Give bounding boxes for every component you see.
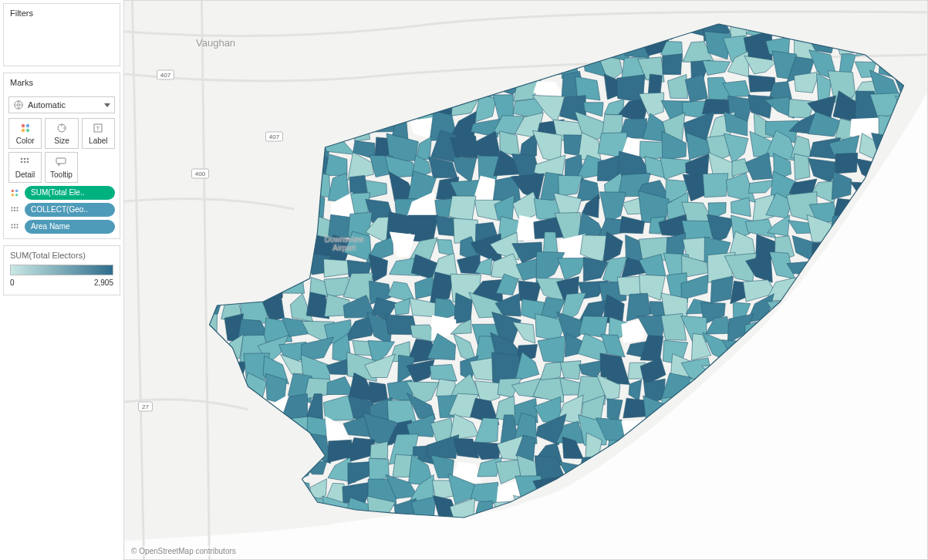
detail-label: Detail [15,170,35,179]
pill-collect-geo[interactable]: COLLECT(Geo.. [25,203,115,217]
tooltip-button[interactable]: Tooltip [45,152,78,183]
label-button[interactable]: T Label [82,118,115,149]
color-label: Color [16,137,35,145]
svg-point-20 [14,207,15,208]
svg-point-13 [27,161,29,164]
svg-text:400: 400 [195,170,206,177]
pill-area-name[interactable]: Area Name [25,220,115,234]
choropleth-region[interactable] [710,276,733,303]
svg-point-26 [14,224,15,225]
label-icon: T [92,122,104,134]
sidebar: Filters Marks Automatic [0,0,123,560]
svg-point-24 [16,210,18,211]
svg-point-30 [16,227,18,228]
legend-gradient [10,265,113,275]
legend-title: SUM(Total Electors) [10,251,113,260]
svg-point-2 [25,124,29,127]
choropleth-region[interactable] [794,153,810,180]
color-button[interactable]: Color [8,118,42,149]
choropleth-region[interactable] [579,316,608,338]
svg-point-22 [11,210,12,211]
svg-point-12 [24,161,26,164]
detail-button[interactable]: Detail [8,152,42,183]
svg-point-10 [27,158,29,160]
choropleth-region[interactable] [663,54,682,75]
choropleth-region[interactable] [617,75,645,103]
svg-point-23 [14,210,15,211]
globe-icon [13,100,24,110]
pill-row-0: SUM(Total Ele.. [8,186,115,200]
svg-point-28 [11,227,12,228]
tooltip-icon [55,156,67,168]
svg-rect-14 [56,158,66,164]
size-button[interactable]: Size [45,118,78,149]
svg-point-1 [21,124,24,127]
detail-icon [19,156,31,168]
label-btn-label: Label [89,137,107,145]
choropleth-map[interactable]: 407 407 400 27 [124,1,927,559]
marks-panel: Marks Automatic Color [3,73,120,239]
svg-text:407: 407 [269,133,280,140]
pill-row-2: Area Name [8,220,115,234]
map-viewport[interactable]: 407 407 400 27 Vaughan Downsview Airport… [123,0,928,560]
color-icon [19,122,32,134]
choropleth-region[interactable] [835,153,858,174]
legend-panel: SUM(Total Electors) 0 2,905 [3,245,120,295]
svg-point-29 [14,227,15,228]
size-label: Size [54,137,69,145]
size-icon [56,122,68,134]
svg-point-16 [15,190,19,193]
legend-min: 0 [10,278,15,287]
chevron-down-icon [104,103,110,107]
svg-point-11 [21,161,23,164]
svg-point-3 [21,129,24,132]
svg-point-15 [12,190,15,193]
color-icon [8,187,21,199]
svg-point-18 [15,194,19,197]
legend-max: 2,905 [94,278,113,287]
svg-text:27: 27 [142,403,149,410]
map-attribution: © OpenStreetMap contributors [129,546,238,556]
svg-point-4 [25,129,29,132]
choropleth-region[interactable] [703,174,728,197]
svg-text:T: T [96,125,100,132]
svg-point-17 [12,194,15,197]
svg-text:407: 407 [160,72,171,79]
svg-point-25 [11,224,12,225]
pill-row-1: COLLECT(Geo.. [8,203,115,217]
tooltip-label: Tooltip [50,170,73,179]
svg-point-9 [24,158,26,160]
svg-point-27 [16,224,18,225]
filters-panel: Filters [3,3,120,66]
detail-icon [8,221,21,233]
marks-title: Marks [4,73,120,92]
filters-title: Filters [4,4,120,22]
mark-type-value: Automatic [28,100,100,110]
mark-type-dropdown[interactable]: Automatic [8,96,115,113]
svg-point-19 [11,207,12,208]
detail-icon [8,204,21,216]
pill-sum-total-electors[interactable]: SUM(Total Ele.. [25,186,115,200]
svg-point-21 [16,207,18,208]
choropleth-region[interactable] [748,75,775,92]
svg-point-8 [21,158,23,160]
